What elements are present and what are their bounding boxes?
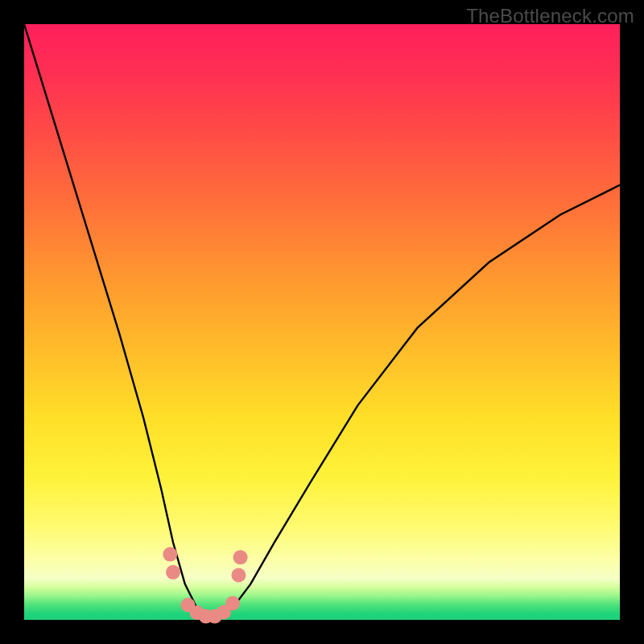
curve-layer: [24, 24, 620, 620]
curve-marker: [231, 568, 246, 583]
bottleneck-curve: [24, 24, 620, 620]
watermark-text: TheBottleneck.com: [466, 5, 634, 27]
curve-marker: [233, 550, 248, 564]
marker-group: [163, 547, 247, 624]
curve-marker: [166, 565, 180, 580]
chart-frame: TheBottleneck.com: [0, 0, 644, 644]
curve-marker: [225, 596, 240, 610]
plot-area: [24, 24, 620, 620]
curve-marker: [163, 547, 177, 562]
